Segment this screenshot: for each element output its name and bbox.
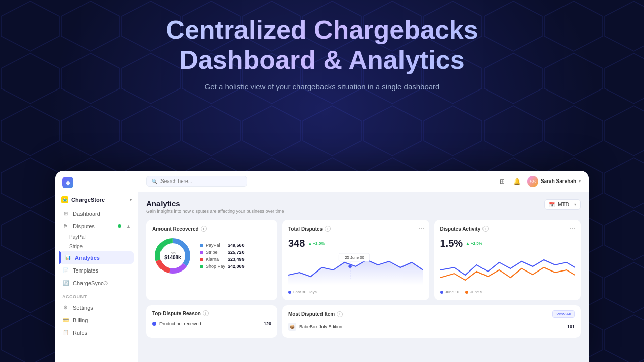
page-title-group: Analytics Gain insights into how dispute…: [146, 199, 284, 214]
grid-icon[interactable]: ⊞: [497, 176, 507, 187]
most-disputed-info-icon[interactable]: i: [337, 311, 343, 317]
store-chevron-icon: ▾: [130, 198, 132, 202]
dispute-item-row: Product not received 120: [152, 319, 271, 328]
analytics-icon: 📊: [64, 254, 71, 261]
amount-info-icon[interactable]: i: [201, 226, 207, 232]
cards-row: Amount Recovered i: [146, 220, 581, 300]
dashboard-icon: ⊞: [62, 210, 69, 217]
sidebar-item-settings[interactable]: ⚙ Settings: [55, 301, 138, 314]
logo-icon: [62, 177, 73, 188]
sidebar-item-stripe[interactable]: Stripe: [55, 242, 138, 251]
account-section-title: Account: [55, 289, 138, 301]
user-chevron-icon: ▾: [579, 179, 581, 184]
hero-section: Centralized Chargebacks Dashboard & Anal…: [0, 15, 644, 91]
donut-chart: Total $1408k: [152, 236, 193, 276]
disputes-status-dot: [118, 224, 121, 228]
date-filter-chevron: ▾: [574, 202, 576, 207]
donut-label: Total: [164, 251, 181, 255]
activity-chart-footer: June 10 June 9: [440, 290, 575, 294]
legend-list: PayPal $49,560 Stripe $25,720 Klarna: [200, 243, 245, 269]
store-badge: 🏪: [61, 196, 68, 203]
item-icon: 📦: [288, 323, 296, 331]
activity-info-icon[interactable]: i: [482, 226, 489, 232]
page-subtitle: Gain insights into how disputes are affe…: [146, 209, 284, 214]
main-content: 🔍 ⊞ 🔔 SS Sarah Sarehah ▾ Analytics: [138, 171, 589, 362]
chart-footer: Last 30 Days: [288, 290, 423, 294]
legend-amount: $42,069: [228, 264, 245, 269]
june10-dot: [440, 291, 443, 294]
disputes-change-badge: ▲ +2.5%: [308, 241, 325, 246]
sidebar-nav: ⊞ Dashboard ⚑ Disputes ▲ PayPal Stripe 📊…: [55, 207, 138, 356]
sidebar-item-paypal[interactable]: PayPal: [55, 232, 138, 242]
sidebar: 🏪 ChargeStore ▾ ⊞ Dashboard ⚑ Disputes ▲…: [55, 171, 138, 362]
sidebar-item-chargesync[interactable]: 🔄 ChargeSync®: [55, 277, 138, 289]
most-disputed-item-row: 📦 BabeBox July Edition 101: [288, 321, 575, 333]
calendar-icon: 📅: [549, 202, 555, 207]
search-input[interactable]: [160, 178, 224, 184]
legend-amount: $25,720: [228, 250, 245, 255]
page-header: Analytics Gain insights into how dispute…: [146, 199, 581, 214]
hero-subtitle: Get a holistic view of your chargebacks …: [0, 82, 644, 91]
rules-icon: 📋: [62, 329, 69, 336]
page-title: Analytics: [146, 199, 284, 208]
top-dispute-title: Top Dispute Reason i: [152, 310, 209, 316]
view-all-button[interactable]: View All: [552, 310, 575, 318]
legend-amount: $23,499: [228, 257, 245, 262]
paypal-label: PayPal: [69, 234, 86, 240]
legend-name: Shop Pay: [206, 264, 225, 269]
bell-icon[interactable]: 🔔: [512, 176, 522, 187]
date-filter[interactable]: 📅 MTD ▾: [544, 199, 581, 210]
sidebar-item-label: Billing: [73, 317, 88, 323]
sidebar-item-label: Disputes: [73, 223, 95, 229]
legend-item-shoppay: Shop Pay $42,069: [200, 264, 245, 269]
sidebar-item-disputes[interactable]: ⚑ Disputes ▲: [55, 220, 138, 232]
sidebar-item-billing[interactable]: 💳 Billing: [55, 314, 138, 326]
sidebar-item-label: ChargeSync®: [73, 280, 108, 286]
disputes-card-menu[interactable]: ⋯: [418, 225, 424, 232]
sidebar-item-dashboard[interactable]: ⊞ Dashboard: [55, 207, 138, 220]
topbar: 🔍 ⊞ 🔔 SS Sarah Sarehah ▾: [138, 171, 589, 192]
legend-name: Klarna: [206, 257, 225, 262]
legend-item-klarna: Klarna $23,499: [200, 257, 245, 262]
disputes-card-title: Total Disputes i: [288, 226, 331, 232]
legend-item-paypal: PayPal $49,560: [200, 243, 245, 248]
paypal-dot: [200, 244, 203, 247]
disputes-activity-card: Disputes Activity i ⋯ 1.5% ▲ +2.5%: [434, 220, 581, 300]
user-name: Sarah Sarehah: [541, 178, 576, 184]
donut-value: $1408k: [164, 255, 181, 260]
disputes-info-icon[interactable]: i: [325, 226, 331, 232]
donut-center: Total $1408k: [164, 251, 181, 260]
item-count: 101: [567, 324, 575, 329]
store-selector[interactable]: 🏪 ChargeStore ▾: [55, 194, 138, 207]
donut-section: Total $1408k PayPal $49,560: [152, 236, 271, 276]
sidebar-item-label: Analytics: [75, 255, 100, 261]
top-dispute-header: Top Dispute Reason i: [152, 310, 271, 316]
legend-name: Stripe: [206, 250, 225, 255]
dispute-name: Product not received: [159, 321, 261, 326]
sidebar-item-label: Templates: [73, 267, 98, 274]
legend-name: PayPal: [206, 243, 225, 248]
activity-card-title: Disputes Activity i: [440, 226, 489, 232]
sidebar-item-rules[interactable]: 📋 Rules: [55, 326, 138, 339]
svg-text:25 June  00: 25 June 00: [345, 255, 364, 259]
june9-dot: [465, 291, 468, 294]
user-profile[interactable]: SS Sarah Sarehah ▾: [527, 176, 581, 187]
sidebar-item-label: Dashboard: [73, 211, 100, 217]
amount-recovered-card: Amount Recovered i: [146, 220, 277, 300]
disputes-expand-icon[interactable]: ▲: [126, 224, 131, 229]
sidebar-item-label: Rules: [73, 330, 87, 336]
legend-amount: $49,560: [228, 243, 245, 248]
total-disputes-card: Total Disputes i ⋯ 348 ▲ +2.5%: [282, 220, 429, 300]
chargesync-icon: 🔄: [62, 280, 69, 286]
sidebar-item-analytics[interactable]: 📊 Analytics: [59, 251, 134, 264]
search-box[interactable]: 🔍: [146, 176, 247, 187]
activity-card-menu[interactable]: ⋯: [570, 225, 576, 232]
stripe-label: Stripe: [69, 244, 83, 249]
most-disputed-card: Most Disputed Item i View All 📦 BabeBox …: [282, 305, 581, 338]
dispute-dot: [152, 322, 156, 326]
avatar-initials: SS: [530, 179, 536, 184]
sidebar-item-templates[interactable]: 📄 Templates: [55, 264, 138, 277]
chart-legend-dot: [288, 291, 291, 294]
activity-stat-value: 1.5% ▲ +2.5%: [440, 238, 575, 249]
top-dispute-info-icon[interactable]: i: [203, 310, 209, 316]
